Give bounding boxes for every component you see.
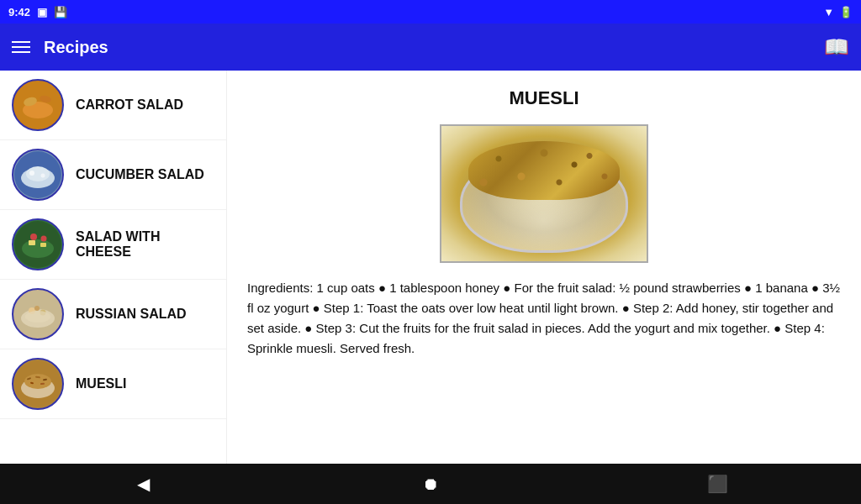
status-left: 9:42 ▣ 💾 bbox=[8, 6, 67, 18]
recipe-detail: MUESLI Ingredients: 1 cup oats ● 1 table… bbox=[227, 71, 861, 464]
svg-point-13 bbox=[30, 234, 37, 240]
carrot-salad-label: CARROT SALAD bbox=[76, 97, 183, 113]
hamburger-menu-icon[interactable] bbox=[12, 41, 30, 53]
bottom-nav: ◀ ⏺ ⬛ bbox=[0, 464, 861, 504]
recipe-image bbox=[440, 124, 648, 263]
avatar-russian-salad bbox=[12, 288, 64, 340]
muesli-topping bbox=[468, 141, 620, 200]
salad-with-cheese-label: SALAD WITH CHEESE bbox=[76, 229, 214, 260]
muesli-label: MUESLI bbox=[76, 376, 126, 391]
svg-rect-12 bbox=[40, 243, 46, 247]
svg-point-19 bbox=[34, 306, 40, 311]
svg-point-7 bbox=[29, 171, 34, 176]
save-icon: 💾 bbox=[54, 6, 67, 18]
sidebar-item-cucumber-salad[interactable]: CUCUMBER SALAD bbox=[0, 140, 226, 210]
status-bar: 9:42 ▣ 💾 ▼ 🔋 bbox=[0, 0, 861, 24]
svg-point-8 bbox=[41, 174, 45, 178]
sidebar: CARROT SALAD CUCUMBER SALAD bbox=[0, 71, 227, 464]
avatar-salad-with-cheese bbox=[12, 218, 64, 270]
app-bar-left: Recipes bbox=[12, 38, 108, 57]
avatar-carrot-salad bbox=[12, 79, 64, 131]
book-icon[interactable]: 📖 bbox=[824, 35, 849, 59]
svg-point-20 bbox=[25, 311, 50, 323]
sidebar-item-salad-with-cheese[interactable]: SALAD WITH CHEESE bbox=[0, 210, 226, 280]
recent-button[interactable]: ⬛ bbox=[692, 467, 742, 501]
back-button[interactable]: ◀ bbox=[119, 467, 169, 501]
battery-icon: 🔋 bbox=[839, 6, 853, 18]
cucumber-salad-label: CUCUMBER SALAD bbox=[76, 167, 204, 182]
app-bar: Recipes 📖 bbox=[0, 24, 861, 71]
sidebar-item-carrot-salad[interactable]: CARROT SALAD bbox=[0, 71, 226, 140]
russian-salad-label: RUSSIAN SALAD bbox=[76, 307, 187, 322]
recipe-image-container bbox=[247, 124, 841, 263]
svg-point-14 bbox=[41, 236, 47, 242]
svg-rect-11 bbox=[29, 240, 35, 245]
sim-icon: ▣ bbox=[37, 6, 47, 18]
recipe-title: MUESLI bbox=[247, 87, 841, 109]
sidebar-item-muesli[interactable]: MUESLI bbox=[0, 349, 226, 419]
svg-point-23 bbox=[24, 374, 51, 389]
app-title: Recipes bbox=[44, 38, 108, 57]
wifi-icon: ▼ bbox=[823, 6, 834, 18]
main-content: CARROT SALAD CUCUMBER SALAD bbox=[0, 71, 861, 464]
svg-point-10 bbox=[22, 239, 54, 258]
recipe-description: Ingredients: 1 cup oats ● 1 tablespoon h… bbox=[247, 278, 841, 359]
avatar-muesli bbox=[12, 358, 64, 410]
time-display: 9:42 bbox=[8, 6, 30, 18]
avatar-cucumber-salad bbox=[12, 149, 64, 201]
sidebar-item-russian-salad[interactable]: RUSSIAN SALAD bbox=[0, 280, 226, 349]
home-button[interactable]: ⏺ bbox=[405, 467, 456, 501]
status-right: ▼ 🔋 bbox=[823, 6, 853, 18]
